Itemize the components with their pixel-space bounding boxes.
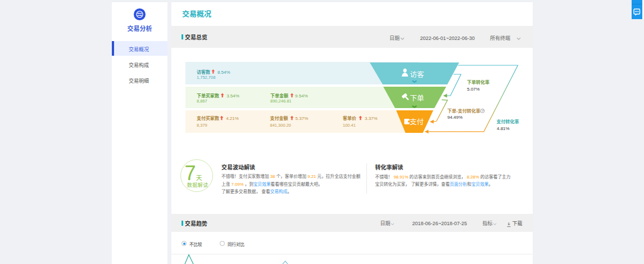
svg-text:下单-支付转化率: 下单-支付转化率 [447,108,480,114]
svg-text:5.37%: 5.37% [296,115,309,121]
svg-text:8.54%: 8.54% [217,69,230,75]
svg-text:4.21%: 4.21% [226,115,239,121]
svg-text:?: ? [482,108,484,113]
svg-text:下单转化率: 下单转化率 [467,79,489,85]
svg-text:4.81%: 4.81% [497,125,510,131]
svg-text:1,752,708: 1,752,708 [197,74,215,80]
svg-text:841,300.20: 841,300.20 [270,122,292,128]
svg-text:8,867: 8,867 [197,97,207,104]
svg-text:下单: 下单 [410,92,424,103]
svg-text:访客: 访客 [410,69,425,79]
svg-text:3.37%: 3.37% [365,115,378,121]
svg-text:支付转化率: 支付转化率 [497,118,519,124]
svg-text:94.49%: 94.49% [447,114,462,120]
svg-text:3.54%: 3.54% [226,92,239,99]
svg-text:支付: 支付 [410,116,424,127]
svg-text:890,246.81: 890,246.81 [270,97,292,104]
svg-text:客单价: 客单价 [343,115,356,121]
svg-text:8,379: 8,379 [197,122,207,128]
svg-text:支付买家数: 支付买家数 [197,115,219,121]
svg-text:5.07%: 5.07% [467,86,480,92]
svg-text:9.54%: 9.54% [295,92,308,99]
svg-text:100.41: 100.41 [343,122,356,128]
svg-text:支付金额: 支付金额 [270,115,288,121]
